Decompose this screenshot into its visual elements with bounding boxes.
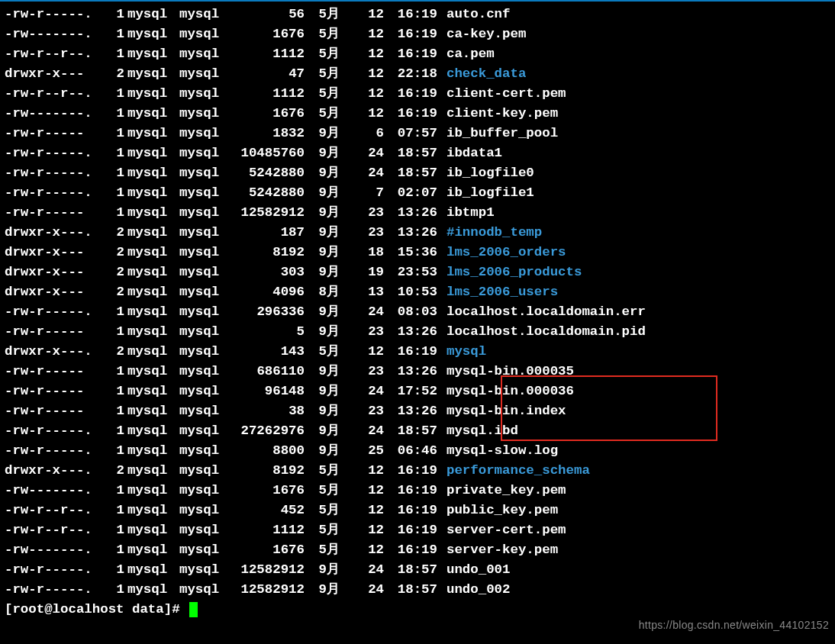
file-name: ibtmp1 bbox=[437, 203, 495, 223]
col-day: 12 bbox=[340, 64, 384, 84]
col-month: 9月 bbox=[305, 163, 340, 183]
file-name: ib_buffer_pool bbox=[437, 124, 558, 143]
file-name: mysql.ibd bbox=[437, 421, 518, 441]
col-time: 08:03 bbox=[384, 302, 437, 322]
col-owner: mysql bbox=[124, 183, 179, 203]
col-owner: mysql bbox=[124, 401, 179, 421]
col-time: 16:19 bbox=[384, 44, 437, 64]
col-time: 18:57 bbox=[384, 143, 437, 163]
col-perms: -rw-r-----. bbox=[5, 5, 108, 24]
col-month: 9月 bbox=[305, 580, 340, 600]
col-time: 15:36 bbox=[384, 243, 437, 262]
watermark-text: https://blog.csdn.net/weixin_44102152 bbox=[639, 615, 829, 635]
col-owner: mysql bbox=[124, 262, 179, 282]
file-name: localhost.localdomain.pid bbox=[437, 322, 646, 342]
col-month: 9月 bbox=[305, 401, 340, 421]
col-day: 12 bbox=[340, 342, 384, 362]
file-row: -rw-r-----.1mysqlmysql125829129月2418:57u… bbox=[5, 560, 830, 580]
col-owner: mysql bbox=[124, 342, 179, 362]
col-day: 23 bbox=[340, 322, 384, 342]
file-name: ca.pem bbox=[437, 44, 495, 64]
col-size: 8192 bbox=[230, 243, 305, 262]
col-group: mysql bbox=[179, 520, 230, 540]
col-size: 5242880 bbox=[230, 163, 305, 183]
col-month: 9月 bbox=[305, 183, 340, 203]
file-name: mysql-bin.000035 bbox=[437, 362, 574, 382]
cursor bbox=[189, 602, 198, 617]
col-size: 1676 bbox=[230, 24, 305, 44]
col-day: 24 bbox=[340, 302, 384, 322]
col-month: 9月 bbox=[305, 441, 340, 461]
col-month: 5月 bbox=[305, 540, 340, 560]
directory-name: lms_2006_users bbox=[437, 282, 558, 302]
col-size: 5 bbox=[230, 322, 305, 342]
col-time: 17:52 bbox=[384, 382, 437, 401]
file-name: mysql-bin.index bbox=[437, 401, 566, 421]
col-size: 12582912 bbox=[230, 203, 305, 223]
col-group: mysql bbox=[179, 382, 230, 401]
directory-name: lms_2006_orders bbox=[437, 243, 566, 262]
col-group: mysql bbox=[179, 302, 230, 322]
col-day: 23 bbox=[340, 223, 384, 243]
col-links: 2 bbox=[108, 262, 124, 282]
col-month: 9月 bbox=[305, 302, 340, 322]
col-time: 13:26 bbox=[384, 362, 437, 382]
col-time: 16:19 bbox=[384, 342, 437, 362]
col-month: 9月 bbox=[305, 560, 340, 580]
file-name: mysql-slow.log bbox=[437, 441, 558, 461]
file-name: server-key.pem bbox=[437, 540, 558, 560]
col-group: mysql bbox=[179, 143, 230, 163]
col-month: 5月 bbox=[305, 104, 340, 124]
col-size: 452 bbox=[230, 501, 305, 520]
col-day: 24 bbox=[340, 580, 384, 600]
col-time: 16:19 bbox=[384, 84, 437, 104]
terminal-output[interactable]: -rw-r-----.1mysqlmysql565月1216:19auto.cn… bbox=[0, 2, 835, 623]
file-row: drwxr-x---.2mysqlmysql1435月1216:19mysql bbox=[5, 342, 830, 362]
col-perms: -rw-r----- bbox=[5, 401, 108, 421]
file-row: -rw-r-----.1mysqlmysql88009月2506:46mysql… bbox=[5, 441, 830, 461]
col-month: 9月 bbox=[305, 143, 340, 163]
col-perms: -rw-r-----. bbox=[5, 421, 108, 441]
col-size: 303 bbox=[230, 262, 305, 282]
col-month: 9月 bbox=[305, 243, 340, 262]
col-links: 2 bbox=[108, 64, 124, 84]
file-row: -rw-r-----1mysqlmysql18329月607:57ib_buff… bbox=[5, 124, 830, 143]
col-size: 1676 bbox=[230, 540, 305, 560]
col-perms: -rw-------. bbox=[5, 24, 108, 44]
col-month: 5月 bbox=[305, 461, 340, 481]
col-links: 1 bbox=[108, 560, 124, 580]
col-links: 2 bbox=[108, 282, 124, 302]
col-day: 12 bbox=[340, 44, 384, 64]
col-size: 143 bbox=[230, 342, 305, 362]
col-group: mysql bbox=[179, 262, 230, 282]
col-day: 12 bbox=[340, 5, 384, 24]
col-month: 5月 bbox=[305, 24, 340, 44]
file-row: -rw-r-----.1mysqlmysql52428809月2418:57ib… bbox=[5, 163, 830, 183]
col-links: 1 bbox=[108, 104, 124, 124]
col-perms: -rw-------. bbox=[5, 540, 108, 560]
col-perms: drwxr-x--- bbox=[5, 262, 108, 282]
col-day: 23 bbox=[340, 203, 384, 223]
col-perms: -rw-r----- bbox=[5, 382, 108, 401]
col-owner: mysql bbox=[124, 501, 179, 520]
col-size: 296336 bbox=[230, 302, 305, 322]
col-size: 10485760 bbox=[230, 143, 305, 163]
col-links: 1 bbox=[108, 362, 124, 382]
col-group: mysql bbox=[179, 560, 230, 580]
col-perms: -rw-r-----. bbox=[5, 560, 108, 580]
col-links: 1 bbox=[108, 580, 124, 600]
col-links: 1 bbox=[108, 143, 124, 163]
directory-name: performance_schema bbox=[437, 461, 590, 481]
col-links: 1 bbox=[108, 44, 124, 64]
col-owner: mysql bbox=[124, 481, 179, 501]
col-owner: mysql bbox=[124, 104, 179, 124]
col-group: mysql bbox=[179, 104, 230, 124]
col-group: mysql bbox=[179, 64, 230, 84]
col-links: 1 bbox=[108, 84, 124, 104]
col-group: mysql bbox=[179, 44, 230, 64]
col-owner: mysql bbox=[124, 421, 179, 441]
col-owner: mysql bbox=[124, 84, 179, 104]
col-month: 5月 bbox=[305, 342, 340, 362]
col-group: mysql bbox=[179, 183, 230, 203]
prompt-text: [root@localhost data]# bbox=[5, 600, 188, 620]
